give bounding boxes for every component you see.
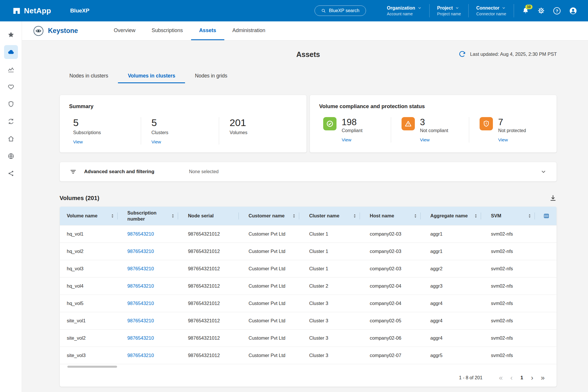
settings-button[interactable] — [538, 7, 545, 14]
cell-spacer — [538, 260, 556, 277]
subscription-number-link[interactable]: 9876543210 — [121, 225, 181, 243]
download-icon[interactable] — [549, 194, 557, 202]
cell-svm: svm02-nfs — [484, 295, 538, 312]
sort-icon[interactable] — [353, 214, 357, 218]
col-aggregate-name[interactable]: Aggregate name — [424, 207, 484, 225]
next-page-button[interactable]: › — [527, 374, 537, 381]
chevron-down-icon — [417, 6, 422, 10]
gear-icon — [538, 7, 545, 14]
scrollbar-thumb[interactable] — [67, 366, 117, 368]
cell-svm: svm02-nfs — [484, 225, 538, 243]
table-row: site_vol1 9876543210 987654321012 Custom… — [60, 312, 556, 329]
col-svm[interactable]: SVM — [484, 207, 538, 225]
subscription-number-link[interactable]: 9876543210 — [121, 312, 181, 329]
sidebar-item-mobility[interactable] — [4, 114, 18, 128]
previous-page-button[interactable]: ‹ — [506, 374, 516, 381]
view-subscriptions-link[interactable]: View — [73, 139, 83, 145]
cell-svm: svm02-nfs — [484, 243, 538, 260]
notifications-button[interactable]: 10 — [522, 7, 529, 14]
subscription-number-link[interactable]: 9876543210 — [121, 277, 181, 295]
tab-volumes-in-clusters[interactable]: Volumes in clusters — [118, 69, 185, 83]
sort-icon[interactable] — [413, 214, 417, 218]
subscription-number-link[interactable]: 9876543210 — [121, 260, 181, 277]
volumes-label: Volumes — [230, 130, 297, 135]
sort-icon[interactable] — [474, 214, 478, 218]
sidebar-item-storage[interactable] — [4, 45, 18, 59]
tab-nodes-in-grids[interactable]: Nodes in grids — [185, 69, 237, 83]
view-not-compliant-link[interactable]: View — [420, 137, 430, 143]
advanced-filter-bar[interactable]: Advanced search and filtering None selec… — [60, 162, 557, 182]
organization-menu[interactable]: Organization Account name — [379, 5, 429, 16]
not-protected-count: 7 — [498, 117, 526, 127]
view-compliant-link[interactable]: View — [342, 137, 351, 143]
col-volume-name[interactable]: Volume name — [60, 207, 121, 225]
service-title: Keystone — [48, 27, 78, 35]
view-not-protected-link[interactable]: View — [498, 137, 508, 143]
cell-customer-name: Customer Pvt Ltd — [242, 312, 302, 329]
sidebar-item-backup[interactable] — [4, 132, 18, 146]
user-menu-button[interactable] — [569, 7, 577, 15]
subscription-number-link[interactable]: 9876543210 — [121, 347, 181, 364]
current-page[interactable]: 1 — [516, 375, 527, 381]
table-row: site_vol2 9876543210 987654321012 Custom… — [60, 329, 556, 347]
sort-icon[interactable] — [528, 214, 532, 218]
cell-volume-name: hq_vol3 — [60, 260, 121, 277]
tab-assets[interactable]: Assets — [191, 21, 224, 40]
sort-icon[interactable] — [110, 214, 114, 218]
sort-icon[interactable] — [292, 214, 296, 218]
last-page-button[interactable]: » — [537, 374, 548, 381]
cell-svm: svm02-nfs — [484, 329, 538, 347]
compliant-count: 198 — [342, 117, 363, 127]
columns-icon[interactable] — [539, 213, 554, 219]
sort-icon[interactable] — [171, 214, 175, 218]
cell-spacer — [538, 347, 556, 364]
chevron-down-icon[interactable] — [540, 169, 547, 175]
connector-menu[interactable]: Connector Connector name — [469, 5, 514, 16]
first-page-button[interactable]: « — [495, 374, 506, 381]
compliance-title: Volume compliance and protection status — [319, 103, 547, 110]
table-row: hq_vol1 9876543210 987654321012 Customer… — [60, 225, 556, 243]
col-node-serial[interactable]: Node serial — [181, 207, 242, 225]
col-cluster-name[interactable]: Cluster name — [302, 207, 363, 225]
column-settings[interactable] — [538, 207, 556, 225]
tab-nodes-in-clusters[interactable]: Nodes in clusters — [60, 69, 118, 83]
tab-overview[interactable]: Overview — [106, 21, 144, 40]
sidebar-item-security[interactable] — [4, 97, 18, 111]
sidebar-item-governance[interactable] — [4, 149, 18, 163]
tab-subscriptions[interactable]: Subscriptions — [144, 21, 191, 40]
subscription-number-link[interactable]: 9876543210 — [121, 329, 181, 347]
check-badge-icon — [323, 117, 336, 130]
col-subscription-number[interactable]: Subscription number — [121, 207, 181, 225]
refresh-button[interactable] — [458, 50, 466, 58]
col-host-name[interactable]: Host name — [363, 207, 424, 225]
horizontal-scrollbar — [60, 364, 556, 369]
not-compliant-label: Not compliant — [420, 128, 448, 133]
header-divider — [514, 4, 514, 17]
cell-customer-name: Customer Pvt Ltd — [242, 243, 302, 260]
cell-spacer — [538, 225, 556, 243]
cell-node-serial: 987654321012 — [181, 312, 242, 329]
shield-icon — [8, 101, 14, 108]
volumes-table: Volume name Subscription number Node ser… — [60, 207, 556, 364]
sidebar-item-extensions[interactable] — [4, 167, 18, 180]
sidebar-item-health[interactable] — [4, 62, 18, 76]
help-button[interactable]: ? — [553, 7, 561, 14]
left-sidebar — [0, 21, 22, 392]
project-menu[interactable]: Project Project name — [430, 5, 468, 16]
cell-cluster-name: Cluster 1 — [302, 225, 363, 243]
sidebar-item-favorites[interactable] — [4, 28, 18, 42]
subscription-number-link[interactable]: 9876543210 — [121, 295, 181, 312]
not-protected-stat: 7 Not protected View — [469, 117, 547, 143]
bluexp-search[interactable]: BlueXP search — [315, 5, 366, 16]
cell-volume-name: site_vol3 — [60, 347, 121, 364]
subscription-number-link[interactable]: 9876543210 — [121, 243, 181, 260]
cell-host-name: company02-04 — [363, 277, 424, 295]
cell-host-name: company02-04 — [363, 295, 424, 312]
view-clusters-link[interactable]: View — [151, 139, 161, 145]
last-updated-text: Last updated: Aug 4, 2025, 2:30 PM PST — [470, 51, 557, 57]
star-icon — [8, 31, 14, 38]
tab-administration[interactable]: Administration — [224, 21, 273, 40]
sidebar-item-protection[interactable] — [4, 80, 18, 94]
col-customer-name[interactable]: Customer name — [242, 207, 302, 225]
volumes-section-title: Volumes (201) — [60, 195, 99, 201]
